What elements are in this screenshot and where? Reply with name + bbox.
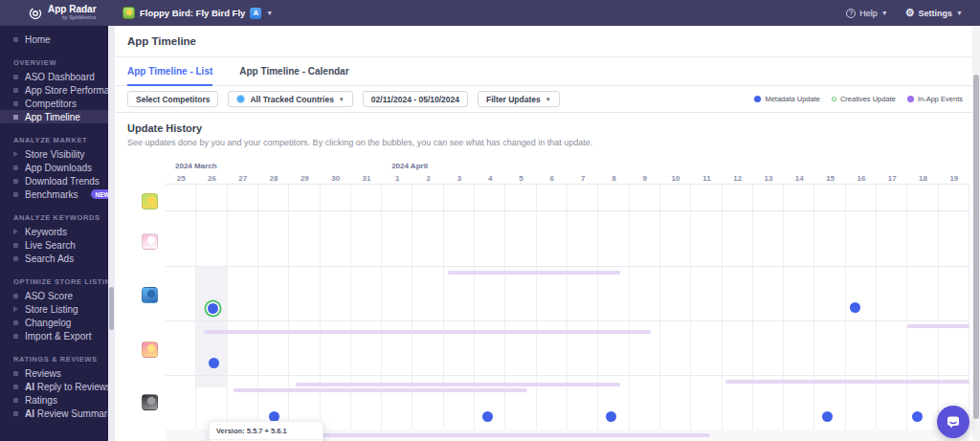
- axis-month-label: 2024 April: [391, 162, 428, 170]
- sidebar-item-ratings[interactable]: Ratings: [0, 393, 108, 407]
- sidebar-item-app-timeline[interactable]: App Timeline: [0, 110, 108, 123]
- app-radar-logo[interactable]: App Radar by SplitMetrics: [0, 5, 115, 21]
- update-bubble[interactable]: [850, 302, 860, 313]
- update-bubble[interactable]: [822, 411, 833, 422]
- update-bubble[interactable]: [482, 411, 493, 422]
- chevron-down-icon: ▼: [266, 10, 273, 16]
- in-app-events-bar[interactable]: [296, 383, 620, 386]
- sidebar-item-live-search[interactable]: Live Search: [0, 238, 108, 252]
- axis-day-label: 29: [289, 174, 320, 183]
- sidebar-item-app-downloads[interactable]: App Downloads: [0, 161, 108, 174]
- sidebar-item-changelog[interactable]: Changelog: [0, 316, 108, 329]
- update-bubble[interactable]: [209, 358, 219, 368]
- sidebar-item-search-ads[interactable]: Search Ads: [0, 252, 108, 265]
- app-radar-window: App Radar by SplitMetrics Floppy Bird: F…: [0, 0, 980, 441]
- settings-menu[interactable]: ⚙ Settings ▼: [905, 8, 963, 18]
- main-scrollbar[interactable]: [972, 27, 980, 441]
- help-menu[interactable]: ? Help ▼: [846, 9, 887, 18]
- tab-app-timeline-list[interactable]: App Timeline - List: [127, 57, 212, 85]
- bullet-icon: [13, 294, 18, 298]
- axis-day-label: 19: [939, 174, 969, 183]
- axis-day-label: 27: [228, 174, 258, 183]
- in-app-events-bar[interactable]: [234, 388, 527, 392]
- in-app-events-bar[interactable]: [907, 324, 969, 328]
- sidebar-item-home[interactable]: Home: [0, 33, 108, 46]
- bullet-icon: [13, 334, 18, 339]
- date-range-picker[interactable]: 02/11/2024 - 05/10/2024: [363, 91, 468, 107]
- bullet-icon: [13, 115, 18, 120]
- page-title: App Timeline: [127, 35, 196, 47]
- sidebar-section-title: ANALYZE MARKET: [0, 136, 108, 147]
- sidebar-item-label: Store Visibility: [25, 149, 85, 160]
- update-history-chart: 2024 March2024 April25262728293031123456…: [115, 158, 980, 441]
- bullet-icon: [13, 371, 18, 376]
- help-icon: ?: [846, 9, 856, 18]
- in-app-events-bar[interactable]: [725, 380, 969, 384]
- axis-day-label: 14: [784, 174, 814, 183]
- sidebar-scrollbar[interactable]: [108, 26, 115, 441]
- sidebar-item-aso-score[interactable]: ASO Score: [0, 289, 108, 302]
- sidebar-item-keywords[interactable]: Keywords: [0, 225, 108, 238]
- tab-app-timeline-calendar[interactable]: App Timeline - Calendar: [239, 57, 348, 85]
- bullet-icon: [13, 320, 18, 325]
- legend-item-metadata-update[interactable]: Metadata Update: [754, 95, 820, 103]
- update-bubble[interactable]: [269, 411, 279, 422]
- bullet-icon: [13, 101, 18, 106]
- grid-row-line: [166, 210, 969, 211]
- sidebar-item-reviews[interactable]: Reviews: [0, 366, 108, 380]
- chevron-down-icon: ▼: [339, 97, 345, 102]
- grid-column: [784, 184, 814, 441]
- axis-day-label: 7: [568, 174, 598, 183]
- grid-column: [939, 184, 969, 441]
- sidebar-item-import-export[interactable]: Import & Export: [0, 329, 108, 342]
- competitor-app-icon: [142, 342, 158, 358]
- main-scrollbar-thumb[interactable]: [973, 75, 979, 419]
- bullet-icon: [13, 165, 18, 170]
- axis-day-label: 10: [660, 174, 691, 183]
- grid-column: [505, 184, 536, 441]
- sidebar-item-competitors[interactable]: Competitors: [0, 97, 108, 110]
- legend-dot-icon: [907, 96, 914, 102]
- axis-day-label: 12: [723, 174, 753, 183]
- gear-icon: ⚙: [905, 8, 915, 18]
- legend-item-in-app-events[interactable]: In-App Events: [907, 95, 963, 103]
- sidebar-item-store-listing[interactable]: Store Listing: [0, 302, 108, 316]
- in-app-events-bar[interactable]: [448, 271, 620, 275]
- sidebar-item-store-visibility[interactable]: Store Visibility: [0, 147, 108, 161]
- chevron-down-icon: ▼: [956, 10, 963, 16]
- countries-label: All Tracked Countries: [250, 95, 333, 104]
- filter-updates-dropdown[interactable]: Filter Updates ▼: [478, 91, 560, 107]
- tab-bar: App Timeline - List App Timeline - Calen…: [115, 57, 980, 86]
- chevron-down-icon: ▼: [546, 97, 551, 102]
- settings-label: Settings: [919, 9, 953, 18]
- legend-dot-icon: [832, 97, 836, 101]
- app-selector[interactable]: Floppy Bird: Fly Bird Fly A ▼: [122, 7, 273, 19]
- sidebar-item-aso-dashboard[interactable]: ASO Dashboard: [0, 70, 108, 83]
- sidebar-item-app-store-performance[interactable]: App Store Performance: [0, 83, 108, 97]
- in-app-events-bar[interactable]: [204, 330, 651, 334]
- chat-widget-button[interactable]: [937, 406, 969, 438]
- in-app-events-bar[interactable]: [264, 433, 709, 437]
- countries-dropdown[interactable]: All Tracked Countries ▼: [228, 91, 352, 107]
- update-bubble[interactable]: [208, 303, 218, 314]
- sidebar-item-label: Download Trends: [25, 176, 100, 187]
- update-bubble[interactable]: [912, 411, 923, 422]
- competitor-app-icon: [142, 233, 158, 250]
- axis-day-label: 2: [412, 174, 443, 183]
- sidebar-item-benchmarks[interactable]: BenchmarksNEW: [0, 187, 108, 201]
- grid-column: [598, 184, 629, 441]
- select-competitors-button[interactable]: Select Competitors: [127, 91, 218, 107]
- sidebar-scrollbar-thumb[interactable]: [109, 287, 114, 330]
- sidebar-item-ai-reply-to-reviews[interactable]: AI Reply to Reviews: [0, 380, 108, 393]
- sidebar-item-label: Ratings: [25, 395, 57, 406]
- update-bubble[interactable]: [606, 411, 616, 422]
- sidebar-item-label: Keywords: [25, 227, 67, 237]
- grid-column: [475, 184, 505, 441]
- sidebar-item-download-trends[interactable]: Download Trends: [0, 174, 108, 187]
- bullet-icon: [13, 179, 18, 184]
- grid-column: [723, 184, 753, 441]
- sidebar-item-ai-review-summaries[interactable]: AI Review Summaries: [0, 407, 108, 420]
- axis-day-label: 5: [505, 174, 536, 183]
- bullet-icon: [13, 398, 18, 403]
- legend-item-creatives-update[interactable]: Creatives Update: [832, 95, 896, 103]
